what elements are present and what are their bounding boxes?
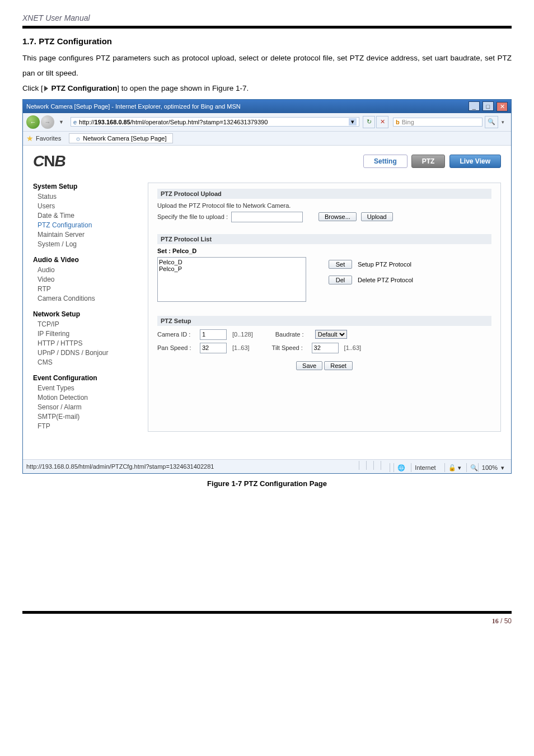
set-desc: Setup PTZ Protocol [358, 261, 411, 268]
sidebar-item-tcpip[interactable]: TCP/IP [38, 320, 131, 328]
close-button[interactable]: ✕ [496, 102, 508, 111]
nav-ptz[interactable]: PTZ [411, 155, 446, 168]
upload-button[interactable]: Upload [361, 212, 393, 221]
window-controls: _ □ ✕ [467, 101, 508, 111]
sidebar-item-http[interactable]: HTTP / HTTPS [38, 339, 131, 347]
footer-divider [22, 611, 512, 614]
camera-id-label: Camera ID : [157, 331, 196, 338]
tab-icon: ☼ [75, 135, 81, 142]
section-heading: 1.7. PTZ Configuration [22, 36, 512, 46]
sidebar-group-system: System Setup [33, 183, 131, 190]
address-bar[interactable]: e http://193.168.0.85/html/operator/Setu… [71, 117, 359, 127]
stop-button[interactable]: ✕ [376, 116, 388, 128]
sidebar-item-rtp[interactable]: RTP [38, 285, 131, 293]
protected-mode-icon[interactable]: 🔓 ▾ [444, 463, 465, 472]
forward-button[interactable]: → [41, 115, 54, 129]
maximize-button[interactable]: □ [483, 101, 494, 111]
tilt-speed-range: [1..63] [344, 344, 362, 351]
sidebar-item-upnp[interactable]: UPnP / DDNS / Bonjour [38, 349, 131, 357]
bing-icon: b [396, 119, 400, 125]
sidebar-item-ftp[interactable]: FTP [38, 422, 131, 430]
pan-speed-label: Pan Speed : [157, 344, 196, 351]
nav-pills: Setting PTZ Live View [361, 155, 501, 168]
search-button[interactable]: 🔍 [485, 116, 498, 128]
list-item[interactable]: Pelco_P [159, 265, 305, 272]
refresh-button[interactable]: ↻ [363, 116, 375, 128]
sidebar-group-network: Network Setup [33, 310, 131, 318]
sidebar-item-syslog[interactable]: System / Log [38, 240, 131, 248]
pan-speed-input[interactable] [200, 343, 227, 353]
list-item[interactable]: Pelco_D [159, 259, 305, 265]
address-dropdown-icon[interactable]: ▾ [349, 118, 357, 125]
save-button[interactable]: Save [296, 361, 322, 370]
back-button[interactable]: ← [26, 115, 40, 129]
sidebar-group-event: Event Configuration [33, 374, 131, 382]
status-zone: Internet [411, 463, 439, 472]
minimize-button[interactable]: _ [469, 101, 480, 111]
sidebar-item-datetime[interactable]: Date & Time [38, 212, 131, 220]
baudrate-select[interactable]: Default [315, 330, 347, 339]
page-number: 16 / 50 [22, 617, 512, 626]
upload-label: Specify the file to upload : [157, 213, 228, 220]
doc-title: XNET User Manual [22, 13, 512, 22]
del-desc: Delete PTZ Protocol [358, 277, 413, 283]
paragraph-2: Click [ PTZ Configuration] to open the p… [22, 84, 512, 92]
sidebar: System Setup Status Users Date & Time PT… [33, 183, 131, 432]
sidebar-item-audio[interactable]: Audio [38, 266, 131, 274]
upload-desc: Upload the PTZ Protocol file to Network … [157, 202, 488, 209]
zoom-control[interactable]: 🔍 100% ▾ [466, 463, 508, 472]
search-box[interactable]: b Bing [393, 118, 483, 127]
camera-id-input[interactable] [200, 329, 227, 340]
sidebar-item-smtp[interactable]: SMTP(E-mail) [38, 413, 131, 421]
protocol-listbox[interactable]: Pelco_D Pelco_P [157, 257, 306, 302]
title-bar: Network Camera [Setup Page] - Internet E… [23, 100, 511, 113]
globe-icon: 🌐 [394, 463, 409, 472]
reset-button[interactable]: Reset [324, 361, 353, 370]
history-dropdown-icon[interactable]: ▼ [59, 119, 64, 125]
ie-icon: e [73, 119, 77, 125]
browse-button[interactable]: Browse... [318, 212, 357, 221]
toolbar: ← → ▼ e http://193.168.0.85/html/operato… [23, 113, 511, 131]
tilt-speed-input[interactable] [312, 343, 339, 353]
nav-live-view[interactable]: Live View [449, 155, 501, 168]
panel-head-list: PTZ Protocol List [157, 234, 491, 244]
sidebar-item-camera-cond[interactable]: Camera Conditions [38, 295, 131, 302]
status-bar: http://193.168.0.85/html/admin/PTZCfg.ht… [23, 459, 511, 474]
panel-head-upload: PTZ Protocol Upload [157, 189, 491, 199]
config-panel: PTZ Protocol Upload Upload the PTZ Proto… [148, 183, 501, 432]
set-label: Set : Pelco_D [157, 248, 491, 254]
upload-file-input[interactable] [231, 212, 303, 222]
url-text: http://193.168.0.85/html/operator/Setup.… [79, 119, 346, 125]
tab-title: Network Camera [Setup Page] [83, 135, 166, 142]
window-title: Network Camera [Setup Page] - Internet E… [26, 103, 241, 110]
figure-caption: Figure 1-7 PTZ Configuration Page [22, 479, 512, 488]
del-button[interactable]: Del [329, 276, 352, 284]
favorites-bar: ★ Favorites ☼ Network Camera [Setup Page… [23, 131, 511, 146]
triangle-icon [44, 86, 48, 91]
sidebar-item-motion[interactable]: Motion Detection [38, 394, 131, 402]
sidebar-item-maintain[interactable]: Maintain Server [38, 231, 131, 239]
sidebar-item-status[interactable]: Status [38, 193, 131, 200]
camera-id-range: [0..128] [232, 331, 253, 338]
sidebar-item-event-types[interactable]: Event Types [38, 384, 131, 392]
brand-logo: CNB [33, 152, 65, 170]
pan-speed-range: [1..63] [232, 344, 250, 351]
sidebar-item-sensor[interactable]: Sensor / Alarm [38, 403, 131, 411]
search-dropdown-icon[interactable]: ▾ [502, 119, 504, 125]
sidebar-item-ptz-config[interactable]: PTZ Configuration [38, 221, 131, 229]
browser-tab[interactable]: ☼ Network Camera [Setup Page] [69, 133, 172, 143]
divider [22, 26, 512, 29]
search-placeholder: Bing [402, 119, 480, 125]
favorites-label: Favorites [36, 135, 61, 142]
panel-head-setup: PTZ Setup [157, 316, 491, 326]
baudrate-label: Baudrate : [275, 331, 312, 338]
nav-setting[interactable]: Setting [363, 155, 407, 168]
browser-window: Network Camera [Setup Page] - Internet E… [22, 99, 512, 474]
sidebar-item-users[interactable]: Users [38, 202, 131, 210]
set-button[interactable]: Set [329, 260, 352, 269]
status-url: http://193.168.0.85/html/admin/PTZCfg.ht… [26, 463, 359, 470]
sidebar-item-ipfilter[interactable]: IP Filtering [38, 330, 131, 338]
sidebar-item-video[interactable]: Video [38, 276, 131, 283]
favorites-star-icon[interactable]: ★ [26, 134, 34, 143]
sidebar-item-cms[interactable]: CMS [38, 358, 131, 366]
